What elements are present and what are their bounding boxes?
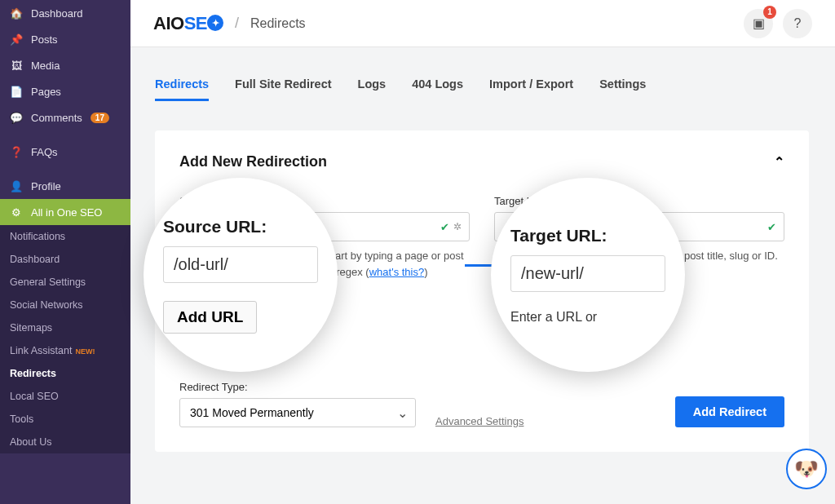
sidebar-label: Profile	[31, 180, 61, 192]
sidebar-item-posts[interactable]: 📌Posts	[0, 26, 130, 52]
sidebar-label: Comments	[31, 112, 82, 124]
sidebar-label: Dashboard	[31, 7, 83, 20]
add-redirect-button[interactable]: Add Redirect	[675, 396, 784, 427]
tab-importexport[interactable]: Import / Export	[489, 69, 573, 101]
logo-text-seo: SE	[184, 13, 207, 33]
topbar: AIOSE / Redirects ▣ 1 ?	[130, 0, 835, 47]
sidebar-sub-dashboard[interactable]: Dashboard	[0, 248, 130, 271]
sidebar-item-dashboard[interactable]: 🏠Dashboard	[0, 0, 130, 26]
dashboard-icon: 🏠	[10, 7, 23, 20]
sidebar-sub-label: Link Assistant	[10, 345, 72, 356]
panel-title: Add New Redirection	[179, 153, 327, 170]
sidebar-sub-redirects[interactable]: Redirects	[0, 362, 130, 385]
inbox-button[interactable]: ▣ 1	[744, 9, 773, 38]
bubble-target-helper: Enter a URL or	[510, 310, 597, 325]
redirect-type-label: Redirect Type:	[179, 381, 416, 393]
page-icon: 📄	[10, 85, 23, 98]
sidebar-sub-localseo[interactable]: Local SEO	[0, 385, 130, 408]
notification-count-badge: 1	[763, 6, 776, 19]
sidebar-item-pages[interactable]: 📄Pages	[0, 78, 130, 104]
tabs: Redirects Full Site Redirect Logs 404 Lo…	[155, 69, 646, 101]
help-mascot-button[interactable]: 🐶	[786, 449, 827, 489]
chevron-up-icon: ⌃	[774, 155, 784, 169]
advanced-settings-link[interactable]: Advanced Settings	[435, 415, 524, 427]
sidebar-sub-tools[interactable]: Tools	[0, 408, 130, 431]
sidebar-label: All in One SEO	[31, 206, 102, 219]
help-text-post: )	[424, 266, 427, 278]
settings-mini-icon[interactable]: ✲	[453, 221, 462, 233]
tab-fullsite[interactable]: Full Site Redirect	[235, 69, 331, 101]
help-icon: ❓	[10, 145, 23, 158]
bubble-source-input[interactable]	[163, 246, 318, 283]
media-icon: 🖼	[10, 59, 23, 72]
tab-settings[interactable]: Settings	[599, 69, 646, 101]
sidebar-label: Posts	[31, 33, 58, 46]
sidebar-sub-about[interactable]: About Us	[0, 431, 130, 453]
sidebar-label: Pages	[31, 86, 61, 98]
bubble-target-input[interactable]	[510, 255, 665, 292]
inbox-icon: ▣	[753, 15, 765, 31]
sidebar-item-faqs[interactable]: ❓FAQs	[0, 139, 130, 165]
sidebar-sub-linkassistant[interactable]: Link AssistantNEW!	[0, 339, 130, 362]
gear-icon: ⚙	[10, 206, 23, 219]
admin-sidebar: 🏠Dashboard 📌Posts 🖼Media 📄Pages 💬Comment…	[0, 0, 130, 504]
comment-icon: 💬	[10, 111, 23, 124]
sidebar-item-profile[interactable]: 👤Profile	[0, 173, 130, 199]
sidebar-label: FAQs	[31, 146, 58, 158]
sidebar-sub-general[interactable]: General Settings	[0, 271, 130, 294]
check-icon: ✔	[440, 221, 449, 233]
breadcrumb-separator: /	[235, 15, 239, 32]
bubble-target-label: Target URL:	[510, 226, 607, 245]
question-icon: ?	[794, 16, 802, 31]
sidebar-item-comments[interactable]: 💬Comments17	[0, 104, 130, 130]
sidebar-sub-notifications[interactable]: Notifications	[0, 225, 130, 248]
help-button[interactable]: ?	[783, 9, 812, 38]
target-magnifier: Target URL: Enter a URL or	[491, 178, 685, 372]
sidebar-label: Media	[31, 60, 60, 72]
mascot-icon: 🐶	[794, 458, 819, 480]
tab-logs[interactable]: Logs	[358, 69, 387, 101]
redirect-type-select[interactable]	[179, 398, 416, 427]
sidebar-item-aioseo[interactable]: ⚙All in One SEO	[0, 199, 130, 225]
source-magnifier: Source URL: Add URL	[144, 178, 338, 372]
user-icon: 👤	[10, 179, 23, 192]
bubble-add-url-button[interactable]: Add URL	[163, 301, 257, 334]
new-badge: NEW!	[75, 347, 95, 356]
sidebar-item-media[interactable]: 🖼Media	[0, 52, 130, 78]
whats-this-link[interactable]: what's this?	[369, 266, 425, 278]
sidebar-sub-sitemaps[interactable]: Sitemaps	[0, 316, 130, 339]
pin-icon: 📌	[10, 33, 23, 46]
comments-count-badge: 17	[91, 113, 109, 123]
logo-text-aio: AIO	[153, 13, 184, 33]
breadcrumb-page: Redirects	[250, 16, 306, 31]
tab-404logs[interactable]: 404 Logs	[412, 69, 463, 101]
logo: AIOSE	[153, 13, 223, 34]
check-icon: ✔	[767, 221, 776, 233]
tab-redirects[interactable]: Redirects	[155, 69, 209, 101]
sidebar-sub-social[interactable]: Social Networks	[0, 294, 130, 316]
sidebar-sub-label: Notifications	[10, 231, 65, 242]
logo-gear-icon	[207, 15, 223, 31]
collapse-button[interactable]: ⌃	[774, 154, 784, 170]
bubble-source-label: Source URL:	[163, 217, 267, 237]
